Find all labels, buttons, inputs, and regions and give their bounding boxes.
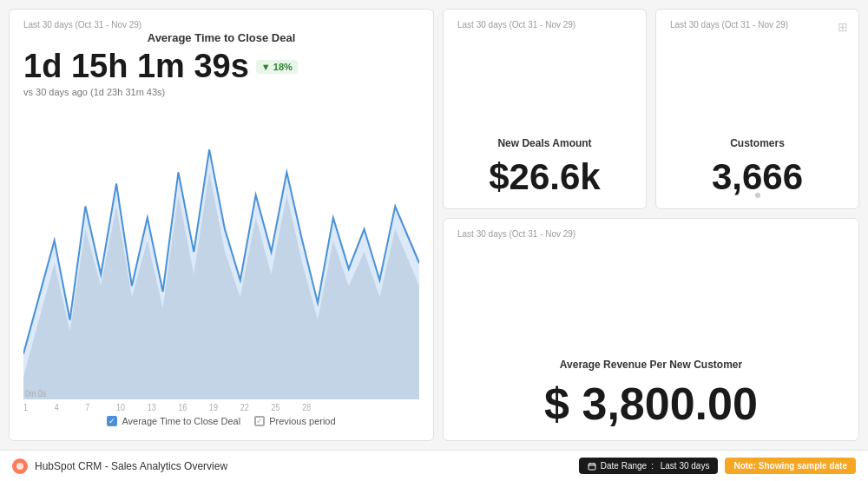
new-deals-period: Last 30 days (Oct 31 - Nov 29)	[457, 20, 632, 30]
left-chart-panel: Last 30 days (Oct 31 - Nov 29) Average T…	[9, 9, 434, 441]
new-deals-title: New Deals Amount	[457, 120, 632, 149]
svg-text:22: 22	[240, 402, 249, 411]
svg-text:28: 28	[302, 402, 311, 411]
avg-revenue-card: Last 30 days (Oct 31 - Nov 29) Average R…	[443, 218, 859, 441]
chart-title: Average Time to Close Deal	[23, 31, 419, 44]
sample-note-badge: Note: Showing sample date	[725, 458, 856, 474]
new-deals-card: Last 30 days (Oct 31 - Nov 29) New Deals…	[443, 9, 647, 209]
svg-point-10	[16, 463, 23, 470]
customers-period: Last 30 days (Oct 31 - Nov 29)	[670, 20, 845, 30]
footer-right: Date Range: Last 30 days Note: Showing s…	[579, 458, 856, 474]
current-period-area	[23, 149, 419, 399]
calendar-icon	[588, 462, 596, 471]
svg-text:16: 16	[178, 402, 187, 411]
footer-title: HubSpot CRM - Sales Analytics Overview	[35, 460, 227, 472]
new-deals-value: $26.6k	[457, 156, 632, 198]
dot-indicator	[755, 193, 760, 198]
hubspot-icon	[12, 458, 28, 474]
date-range-label: Date Range	[601, 461, 647, 471]
legend-gray-checkbox[interactable]	[254, 416, 265, 426]
avg-revenue-title: Average Revenue Per New Customer	[560, 359, 742, 371]
right-panel: Last 30 days (Oct 31 - Nov 29) New Deals…	[443, 9, 859, 441]
svg-text:10: 10	[116, 402, 125, 411]
chart-legend: Average Time to Close Deal Previous peri…	[23, 416, 419, 430]
svg-rect-11	[589, 464, 595, 470]
avg-revenue-value: $ 3,800.00	[544, 378, 758, 430]
customers-title: Customers	[670, 120, 845, 149]
svg-text:7: 7	[85, 402, 89, 411]
svg-text:13: 13	[148, 402, 156, 411]
legend-current[interactable]: Average Time to Close Deal	[107, 416, 240, 426]
expand-icon[interactable]: ⊞	[838, 20, 848, 34]
date-range-badge[interactable]: Date Range: Last 30 days	[579, 458, 719, 474]
footer-left: HubSpot CRM - Sales Analytics Overview	[12, 458, 227, 474]
change-badge: ▼ 18%	[256, 60, 298, 74]
avg-revenue-period: Last 30 days (Oct 31 - Nov 29)	[457, 229, 575, 239]
svg-text:19: 19	[209, 402, 218, 411]
footer: HubSpot CRM - Sales Analytics Overview D…	[0, 450, 868, 481]
svg-text:1: 1	[23, 402, 28, 411]
svg-text:25: 25	[271, 402, 279, 411]
vs-text: vs 30 days ago (1d 23h 31m 43s)	[23, 87, 419, 97]
chart-area: 0m 0s 1 4 7 10 13 16 19 22 25 28	[23, 104, 419, 411]
legend-current-label: Average Time to Close Deal	[122, 416, 240, 426]
legend-previous[interactable]: Previous period	[254, 416, 335, 426]
hubspot-logo-svg	[16, 462, 24, 471]
chart-svg: 0m 0s 1 4 7 10 13 16 19 22 25 28	[23, 104, 419, 411]
metric-value: 1d 15h 1m 39s	[23, 48, 249, 85]
customers-card: Last 30 days (Oct 31 - Nov 29) ⊞ Custome…	[655, 9, 859, 209]
svg-text:4: 4	[55, 402, 59, 411]
legend-blue-checkbox[interactable]	[107, 416, 117, 426]
date-range-value: Last 30 days	[661, 461, 710, 471]
y-axis-min-label: 0m 0s	[25, 388, 46, 399]
legend-previous-label: Previous period	[269, 416, 335, 426]
metric-row: 1d 15h 1m 39s ▼ 18%	[23, 48, 419, 85]
customers-value: 3,666	[670, 156, 845, 198]
right-top-row: Last 30 days (Oct 31 - Nov 29) New Deals…	[443, 9, 859, 209]
chart-period: Last 30 days (Oct 31 - Nov 29)	[23, 20, 419, 30]
